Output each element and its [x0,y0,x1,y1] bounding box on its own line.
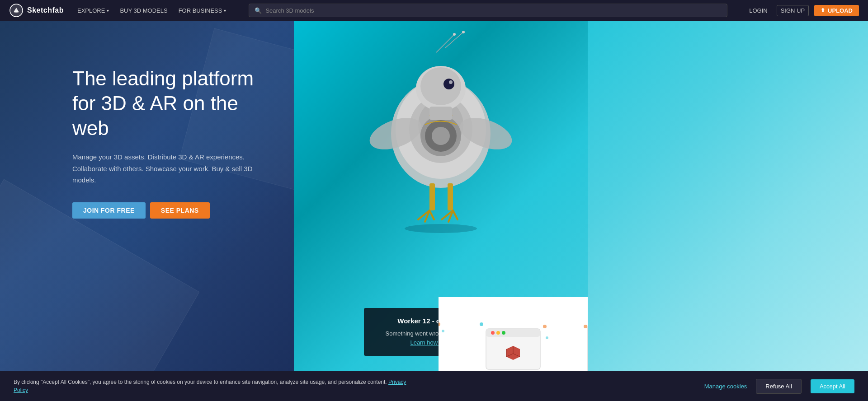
search-bar[interactable]: 🔍 [249,4,727,17]
navbar-actions: LOGIN SIGN UP ⬆ UPLOAD [745,5,859,16]
svg-point-16 [420,67,461,105]
search-input[interactable] [265,7,722,14]
accept-all-button[interactable]: Accept All [811,379,854,393]
hero-subtitle: Manage your 3D assets. Distribute 3D & A… [72,151,262,186]
svg-point-40 [502,331,505,335]
svg-point-34 [543,325,547,328]
see-plans-button[interactable]: SEE PLANS [150,202,210,219]
manage-cookies-button[interactable]: Manage cookies [704,383,747,390]
svg-point-4 [453,33,456,36]
hero-cta-buttons: JOIN FOR FREE SEE PLANS [72,202,267,219]
svg-point-5 [462,31,465,33]
svg-point-18 [449,80,453,84]
logo-text: Sketchfab [27,6,64,14]
svg-rect-20 [429,183,435,210]
refuse-all-button[interactable]: Refuse All [756,379,802,394]
cookie-text: By clicking "Accept All Cookies", you ag… [14,378,420,394]
navbar: Sketchfab EXPLORE ▾ BUY 3D MODELS FOR BU… [0,0,868,21]
robot-bird-svg [346,30,536,238]
svg-point-12 [432,127,450,145]
svg-point-33 [480,322,483,326]
signup-button[interactable]: SIGN UP [777,5,809,16]
sketchfab-logo-icon [9,3,24,18]
hero-viewer-panel: Worker 12 - copy 3D Model Something went… [294,21,588,401]
hero-right-extension [588,21,868,401]
logo[interactable]: Sketchfab [9,3,64,18]
hero-section: The leading platformfor 3D & AR on the w… [0,21,868,401]
model-image [346,30,536,238]
login-button[interactable]: LOGIN [745,5,771,16]
nav-menu: EXPLORE ▾ BUY 3D MODELS FOR BUSINESS ▾ [73,5,231,16]
chevron-down-icon: ▾ [224,8,226,13]
upload-icon: ⬆ [821,7,825,14]
join-for-free-button[interactable]: JOIN FOR FREE [72,202,146,219]
svg-rect-21 [448,183,453,210]
svg-point-38 [491,331,495,335]
upload-button[interactable]: ⬆ UPLOAD [814,5,859,16]
chevron-down-icon: ▾ [107,8,109,13]
nav-explore[interactable]: EXPLORE ▾ [73,5,113,16]
nav-buy-3d-models[interactable]: BUY 3D MODELS [115,5,172,16]
3d-model-display [346,30,536,238]
svg-point-35 [546,336,548,339]
svg-point-17 [443,79,454,89]
svg-rect-19 [429,107,452,120]
cookie-banner: By clicking "Accept All Cookies", you ag… [0,371,868,401]
hero-left-panel: The leading platformfor 3D & AR on the w… [0,21,294,401]
nav-for-business[interactable]: FOR BUSINESS ▾ [174,5,231,16]
svg-point-26 [439,322,440,326]
hero-title: The leading platformfor 3D & AR on the w… [72,66,267,140]
svg-point-27 [442,330,444,332]
search-icon: 🔍 [255,7,262,14]
svg-point-41 [584,325,587,328]
svg-line-2 [436,34,454,52]
svg-point-39 [496,331,500,335]
svg-point-22 [405,224,477,233]
